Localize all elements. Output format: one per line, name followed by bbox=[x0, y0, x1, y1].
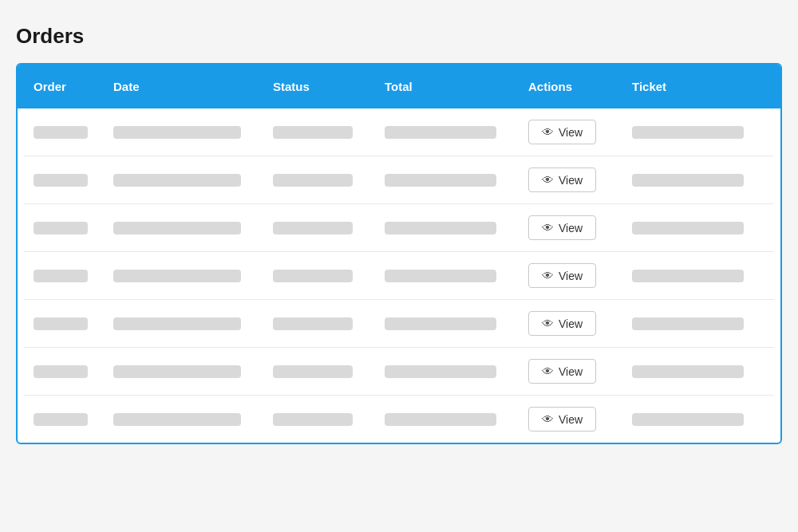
page-title: Orders bbox=[16, 24, 782, 49]
cell-order bbox=[34, 365, 113, 378]
cell-ticket bbox=[632, 413, 764, 426]
cell-actions: 👁 View bbox=[528, 120, 632, 144]
cell-order bbox=[34, 126, 113, 139]
table-row: 👁 View bbox=[24, 204, 774, 252]
skeleton-total bbox=[385, 270, 496, 282]
cell-date bbox=[113, 317, 273, 330]
table-row: 👁 View bbox=[24, 252, 774, 300]
cell-ticket bbox=[632, 126, 764, 139]
table-body: 👁 View 👁 View bbox=[18, 108, 780, 443]
cell-status bbox=[273, 365, 385, 378]
view-button-label: View bbox=[559, 365, 583, 378]
cell-status bbox=[273, 317, 385, 330]
cell-total bbox=[385, 126, 528, 139]
cell-actions: 👁 View bbox=[528, 263, 632, 288]
eye-icon: 👁 bbox=[542, 125, 554, 139]
skeleton-status bbox=[273, 126, 353, 139]
view-button[interactable]: 👁 View bbox=[528, 215, 596, 240]
cell-order bbox=[34, 413, 113, 426]
cell-status bbox=[273, 413, 385, 426]
table-row: 👁 View bbox=[24, 108, 774, 156]
cell-date bbox=[113, 222, 273, 234]
skeleton-date bbox=[113, 126, 241, 139]
view-button-label: View bbox=[559, 174, 583, 187]
cell-date bbox=[113, 174, 273, 187]
skeleton-order bbox=[34, 174, 88, 187]
skeleton-date bbox=[113, 413, 241, 426]
skeleton-status bbox=[273, 270, 353, 282]
skeleton-total bbox=[385, 317, 496, 330]
header-ticket: Ticket bbox=[632, 80, 764, 93]
skeleton-date bbox=[113, 174, 241, 187]
skeleton-date bbox=[113, 270, 241, 282]
skeleton-ticket bbox=[632, 222, 744, 234]
orders-table-container: Order Date Status Total Actions Ticket 👁… bbox=[16, 63, 782, 444]
skeleton-total bbox=[385, 365, 496, 378]
cell-total bbox=[385, 413, 528, 426]
skeleton-ticket bbox=[632, 270, 744, 282]
cell-actions: 👁 View bbox=[528, 215, 632, 240]
skeleton-ticket bbox=[632, 317, 744, 330]
table-row: 👁 View bbox=[24, 396, 774, 443]
skeleton-order bbox=[34, 126, 88, 139]
view-button-label: View bbox=[559, 126, 583, 139]
cell-total bbox=[385, 222, 528, 234]
header-date: Date bbox=[113, 80, 273, 93]
header-actions: Actions bbox=[528, 80, 632, 93]
cell-ticket bbox=[632, 317, 764, 330]
header-order: Order bbox=[34, 80, 113, 93]
cell-date bbox=[113, 413, 273, 426]
cell-total bbox=[385, 174, 528, 187]
skeleton-order bbox=[34, 317, 88, 330]
skeleton-total bbox=[385, 413, 496, 426]
table-row: 👁 View bbox=[24, 156, 774, 204]
eye-icon: 👁 bbox=[542, 269, 554, 282]
skeleton-order bbox=[34, 365, 88, 378]
cell-date bbox=[113, 270, 273, 282]
cell-total bbox=[385, 365, 528, 378]
skeleton-order bbox=[34, 270, 88, 282]
view-button[interactable]: 👁 View bbox=[528, 359, 596, 384]
view-button-label: View bbox=[559, 270, 583, 282]
view-button[interactable]: 👁 View bbox=[528, 167, 596, 192]
table-header: Order Date Status Total Actions Ticket bbox=[18, 65, 780, 108]
table-row: 👁 View bbox=[24, 348, 774, 396]
cell-actions: 👁 View bbox=[528, 167, 632, 192]
skeleton-order bbox=[34, 222, 88, 234]
eye-icon: 👁 bbox=[542, 221, 554, 234]
skeleton-ticket bbox=[632, 174, 744, 187]
skeleton-ticket bbox=[632, 413, 744, 426]
eye-icon: 👁 bbox=[542, 412, 554, 426]
cell-actions: 👁 View bbox=[528, 407, 632, 432]
view-button[interactable]: 👁 View bbox=[528, 120, 596, 144]
cell-ticket bbox=[632, 174, 764, 187]
skeleton-total bbox=[385, 126, 496, 139]
view-button-label: View bbox=[559, 413, 583, 426]
eye-icon: 👁 bbox=[542, 173, 554, 187]
skeleton-order bbox=[34, 413, 88, 426]
view-button[interactable]: 👁 View bbox=[528, 311, 596, 336]
cell-total bbox=[385, 317, 528, 330]
header-status: Status bbox=[273, 80, 385, 93]
cell-order bbox=[34, 270, 113, 282]
view-button[interactable]: 👁 View bbox=[528, 407, 596, 432]
view-button-label: View bbox=[559, 222, 583, 234]
eye-icon: 👁 bbox=[542, 365, 554, 378]
cell-date bbox=[113, 365, 273, 378]
skeleton-date bbox=[113, 317, 241, 330]
cell-ticket bbox=[632, 365, 764, 378]
cell-order bbox=[34, 317, 113, 330]
cell-status bbox=[273, 174, 385, 187]
cell-ticket bbox=[632, 270, 764, 282]
header-total: Total bbox=[385, 80, 528, 93]
cell-total bbox=[385, 270, 528, 282]
skeleton-total bbox=[385, 222, 496, 234]
eye-icon: 👁 bbox=[542, 317, 554, 330]
skeleton-status bbox=[273, 413, 353, 426]
skeleton-status bbox=[273, 174, 353, 187]
skeleton-status bbox=[273, 317, 353, 330]
cell-order bbox=[34, 174, 113, 187]
cell-actions: 👁 View bbox=[528, 311, 632, 336]
view-button[interactable]: 👁 View bbox=[528, 263, 596, 288]
view-button-label: View bbox=[559, 317, 583, 330]
